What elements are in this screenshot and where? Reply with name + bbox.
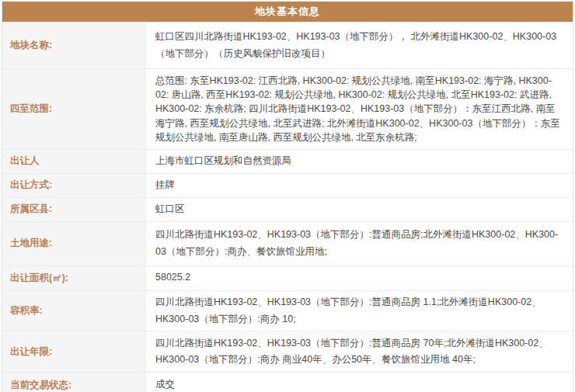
row-value: 四川北路街道HK193-02、HK193-03（地下部分）:普通商品房 70年;… — [146, 331, 573, 372]
row-label: 出让面积(㎡): — [2, 266, 146, 290]
row-label: 地块名称: — [2, 23, 146, 68]
row-value: 虹口区 — [146, 198, 573, 221]
row-label: 出让方式: — [2, 174, 146, 197]
row-value: 挂牌 — [146, 174, 573, 197]
table-row-land-use: 土地用途: 四川北路街道HK193-02、HK193-03（地下部分）:普通商品… — [2, 221, 573, 265]
row-value: 四川北路街道HK193-02、HK193-03（地下部分）:普通商品房 1.1;… — [146, 291, 573, 331]
table-row-transaction-status: 当前交易状态: 成交 — [2, 372, 573, 392]
row-value: 58025.2 — [146, 266, 573, 290]
row-label: 四至范围: — [2, 69, 146, 149]
row-label: 土地用途: — [2, 222, 146, 265]
table-row-transfer-area: 出让面积(㎡): 58025.2 — [2, 265, 573, 290]
table-row-transfer-term: 出让年限: 四川北路街道HK193-02、HK193-03（地下部分）:普通商品… — [2, 331, 573, 372]
table-row-district: 所属区县: 虹口区 — [2, 197, 573, 221]
row-value: 四川北路街道HK193-02、HK193-03（地下部分）:普通商品房;北外滩街… — [146, 222, 573, 265]
row-value: 总范围: 东至HK193-02: 江西北路, HK300-02: 规划公共绿地,… — [146, 69, 573, 149]
table-row-transfer-method: 出让方式: 挂牌 — [2, 173, 573, 197]
row-label: 容积率: — [2, 291, 146, 331]
row-label: 所属区县: — [2, 198, 146, 221]
table-row-boundaries: 四至范围: 总范围: 东至HK193-02: 江西北路, HK300-02: 规… — [2, 68, 573, 149]
row-value: 成交 — [146, 373, 573, 392]
row-value: 上海市虹口区规划和自然资源局 — [146, 150, 573, 173]
row-label: 出让人 — [2, 150, 146, 173]
table-row-grantor: 出让人 上海市虹口区规划和自然资源局 — [2, 149, 573, 173]
table-title: 地块基本信息 — [2, 2, 573, 22]
row-label: 出让年限: — [2, 331, 146, 372]
table-row-plot-ratio: 容积率: 四川北路街道HK193-02、HK193-03（地下部分）:普通商品房… — [2, 290, 573, 331]
land-detail-page: 地块基本信息 地块名称: 虹口区四川北路街道HK193-02、HK193-03（… — [0, 0, 575, 392]
table-row-parcel-name: 地块名称: 虹口区四川北路街道HK193-02、HK193-03（地下部分）， … — [2, 22, 573, 68]
row-label: 当前交易状态: — [2, 373, 146, 392]
land-info-table: 地块基本信息 地块名称: 虹口区四川北路街道HK193-02、HK193-03（… — [2, 2, 573, 392]
row-value: 虹口区四川北路街道HK193-02、HK193-03（地下部分）， 北外滩街道H… — [146, 23, 573, 68]
